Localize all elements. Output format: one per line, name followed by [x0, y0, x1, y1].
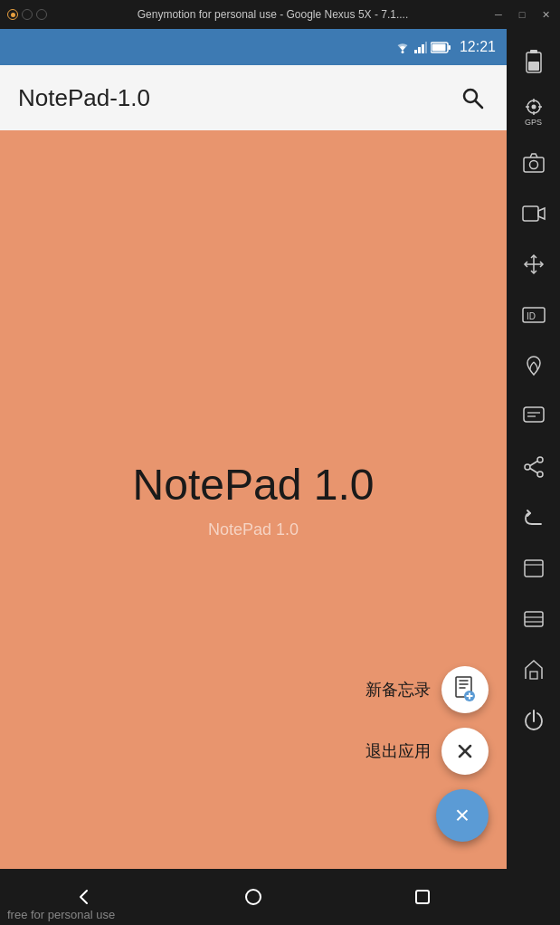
svg-rect-3 [422, 44, 424, 53]
nav-sidebar-back-icon [523, 558, 545, 578]
gps-icon [525, 98, 543, 116]
svg-rect-20 [528, 62, 539, 71]
battery-icon [431, 42, 451, 53]
free-text: free for personal use [7, 908, 115, 921]
svg-text:ID: ID [527, 311, 536, 321]
new-note-fab-item: 新备忘录 [365, 666, 489, 713]
nav-recents-button[interactable] [395, 879, 450, 915]
sidebar-power[interactable] [507, 695, 560, 746]
network-icon [524, 355, 544, 377]
svg-rect-4 [425, 42, 427, 53]
camera-icon [523, 153, 545, 173]
svg-point-0 [401, 51, 403, 53]
sidebar-sms[interactable] [507, 391, 560, 442]
svg-rect-19 [530, 50, 537, 53]
svg-rect-42 [525, 560, 543, 577]
nav-home-icon [243, 887, 263, 907]
svg-rect-27 [524, 157, 544, 172]
id-icon: ID [522, 306, 546, 324]
signal-icon [414, 41, 427, 53]
svg-rect-29 [523, 206, 538, 221]
main-wrapper: 12:21 NotePad-1.0 NotePad 1.0 NotePad 1.… [0, 29, 560, 925]
svg-point-26 [531, 105, 536, 110]
sidebar-id[interactable]: ID [507, 290, 560, 340]
window-dot-close-chrome[interactable] [36, 9, 47, 20]
app-branding: NotePad 1.0 NotePad 1.0 [133, 460, 375, 539]
new-note-button[interactable] [441, 666, 489, 713]
exit-label: 退出应用 [365, 740, 431, 762]
svg-point-16 [246, 890, 261, 904]
move-icon [523, 253, 545, 275]
sidebar-move[interactable] [507, 239, 560, 290]
svg-rect-34 [524, 407, 544, 422]
brand-subtitle: NotePad 1.0 [208, 520, 299, 539]
exit-icon [454, 740, 476, 762]
sidebar-undo[interactable] [507, 492, 560, 543]
svg-rect-44 [525, 612, 543, 626]
app-bar-title: NotePad-1.0 [18, 84, 150, 112]
gps-label: GPS [525, 118, 542, 127]
home-side-icon [523, 659, 545, 681]
exit-fab-item: 退出应用 [365, 728, 489, 775]
power-icon [524, 710, 544, 731]
nav-recents-icon [413, 888, 432, 906]
svg-rect-47 [530, 672, 537, 679]
svg-point-39 [537, 472, 543, 477]
nav2-icon [523, 610, 545, 628]
share-icon [524, 456, 544, 478]
new-note-label: 新备忘录 [365, 679, 431, 701]
search-button[interactable] [456, 81, 489, 114]
sidebar-battery[interactable] [507, 36, 560, 87]
svg-rect-2 [418, 47, 421, 53]
minimize-button[interactable]: ─ [491, 7, 506, 22]
fab-container: 新备忘录 退出应用 [365, 666, 489, 842]
window-dot-maximize[interactable] [22, 9, 33, 20]
sidebar-nav-back[interactable] [507, 543, 560, 594]
main-fab-icon: × [455, 803, 470, 828]
svg-line-40 [530, 462, 537, 466]
close-button[interactable]: ✕ [538, 7, 553, 22]
search-icon [460, 85, 485, 110]
android-device: 12:21 NotePad-1.0 NotePad 1.0 NotePad 1.… [0, 29, 507, 925]
sidebar-network[interactable] [507, 340, 560, 391]
content-area: NotePad 1.0 NotePad 1.0 新备忘录 [0, 130, 507, 869]
app-bar: NotePad-1.0 [0, 65, 507, 130]
svg-rect-1 [414, 50, 417, 53]
svg-line-9 [476, 101, 483, 109]
right-sidebar: GPS [507, 29, 560, 925]
sidebar-camera[interactable] [507, 138, 560, 188]
svg-point-28 [529, 161, 537, 169]
window-controls: ─ □ ✕ [491, 7, 553, 22]
undo-icon [523, 508, 545, 528]
brand-title: NotePad 1.0 [133, 460, 375, 510]
nav-home-button[interactable] [226, 879, 280, 915]
sidebar-home[interactable] [507, 644, 560, 695]
battery-side-icon [525, 49, 543, 74]
footer: free for personal use [0, 896, 181, 925]
window-title: Genymotion for personal use - Google Nex… [54, 8, 491, 21]
exit-button[interactable] [441, 728, 489, 775]
window-dots [7, 9, 47, 20]
sms-icon [523, 406, 545, 426]
status-bar: 12:21 [0, 29, 507, 65]
video-icon [522, 205, 546, 223]
sidebar-share[interactable] [507, 442, 560, 492]
new-note-icon [453, 676, 477, 703]
sidebar-nav2[interactable] [507, 594, 560, 644]
status-time: 12:21 [460, 39, 496, 55]
sidebar-gps[interactable]: GPS [507, 87, 560, 138]
window-dot-minimize[interactable] [7, 9, 18, 20]
svg-rect-7 [432, 43, 445, 51]
sidebar-video[interactable] [507, 188, 560, 239]
svg-rect-6 [448, 45, 451, 50]
svg-rect-17 [416, 891, 429, 903]
svg-point-38 [525, 464, 530, 470]
status-icons [394, 40, 451, 54]
main-fab-button[interactable]: × [436, 789, 489, 842]
window-titlebar: Genymotion for personal use - Google Nex… [0, 0, 560, 29]
restore-button[interactable]: □ [515, 7, 529, 22]
svg-line-41 [530, 469, 537, 473]
svg-point-37 [537, 457, 543, 462]
wifi-icon [394, 40, 411, 54]
